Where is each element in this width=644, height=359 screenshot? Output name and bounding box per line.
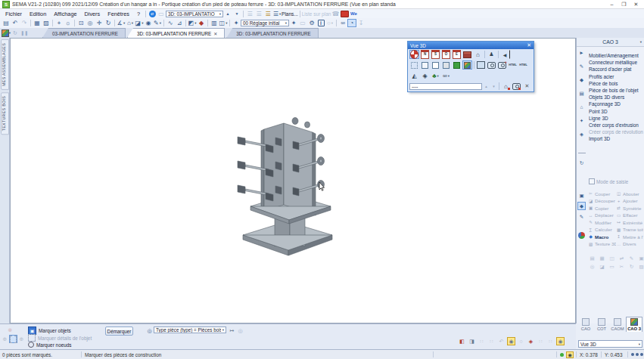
menu-affichage[interactable]: Affichage bbox=[50, 11, 80, 17]
demarquer-button[interactable]: Démarquer bbox=[105, 327, 133, 336]
filter-next-icon[interactable]: ↦ bbox=[228, 327, 236, 335]
apply-preset-icon[interactable] bbox=[289, 19, 298, 27]
tool-connecteur[interactable]: Connecteur métallique bbox=[589, 59, 643, 66]
camera-icon[interactable] bbox=[487, 60, 496, 70]
html-house-icon[interactable] bbox=[518, 60, 528, 70]
tool-corps-extrusion[interactable]: Créer corps d'extrusion bbox=[589, 122, 643, 128]
strip-pointer-icon[interactable]: ► bbox=[577, 48, 586, 57]
sidebar-tab-mes-assemblages[interactable]: MES ASSEMBLAGES bbox=[1, 39, 9, 90]
menu-edition[interactable]: Edition bbox=[26, 11, 50, 17]
polyline-icon[interactable] bbox=[175, 19, 184, 27]
tab-caom[interactable]: CAOM bbox=[610, 317, 625, 332]
maximize-button[interactable] bbox=[618, 1, 630, 8]
tab-cao3-active[interactable]: CAO 3 bbox=[626, 317, 642, 332]
view-save-house-icon[interactable] bbox=[501, 82, 511, 91]
view-delete-icon[interactable] bbox=[522, 82, 532, 91]
view-up-button[interactable] bbox=[223, 10, 232, 18]
palette-close-icon[interactable] bbox=[527, 42, 531, 48]
marquer-noeuds-row[interactable]: Marquer noeuds bbox=[28, 342, 72, 348]
menu-divers[interactable]: Divers bbox=[81, 11, 104, 17]
brightness-icon[interactable] bbox=[64, 19, 73, 27]
cube-textured-icon[interactable] bbox=[462, 60, 472, 70]
eye-highlight-2-icon[interactable]: ◉ bbox=[556, 337, 565, 345]
curve-icon[interactable] bbox=[166, 19, 175, 27]
we-badge-icon[interactable]: We bbox=[349, 10, 358, 18]
cube-hidden-line-icon[interactable] bbox=[420, 60, 430, 70]
view-south-icon[interactable] bbox=[431, 50, 440, 59]
strip-modify-icon[interactable]: ✎ bbox=[577, 212, 586, 221]
undo-icon[interactable] bbox=[11, 19, 20, 27]
glasses-3d-dropdown-icon[interactable] bbox=[441, 71, 451, 80]
tool-objets-3d[interactable]: Objets 3D divers bbox=[589, 94, 643, 101]
strip-steel-icon[interactable]: ◆ bbox=[577, 76, 586, 84]
cube-shaded-icon[interactable] bbox=[441, 60, 451, 70]
measure-icon[interactable] bbox=[54, 19, 64, 27]
filter-combo[interactable]: Type pièce (type) = Pièces bois = ▾ bbox=[154, 327, 226, 333]
prism-icon[interactable] bbox=[409, 71, 419, 80]
spin-down-icon[interactable]: ▼ bbox=[490, 83, 497, 90]
tab-implantation-3d-active[interactable]: 3D: 03-IMPLANTATION FERRURE bbox=[127, 28, 225, 38]
cad-cube-dropdown-icon[interactable]: ▾ bbox=[2, 29, 11, 37]
strip-line-icon[interactable]: ◈ bbox=[577, 130, 586, 138]
rotate-icon[interactable] bbox=[104, 19, 113, 27]
saved-view-combo[interactable]: ---- bbox=[409, 83, 482, 90]
strip-refresh-icon[interactable]: ↻ bbox=[577, 159, 586, 167]
eye-highlight-icon[interactable]: ◉ bbox=[507, 337, 515, 345]
viewport-3d[interactable]: Vue 3D bbox=[10, 38, 576, 323]
view-house-dropdown-icon[interactable] bbox=[126, 19, 135, 27]
filter-search-icon[interactable] bbox=[146, 327, 153, 334]
tool-piece-bois-objet[interactable]: Pièce de bois de l'objet bbox=[589, 87, 643, 94]
info-icon[interactable] bbox=[316, 19, 325, 27]
walk-mode-icon[interactable] bbox=[487, 50, 496, 59]
orbit-mode-icon[interactable] bbox=[347, 19, 356, 27]
view-west-icon[interactable] bbox=[441, 50, 451, 59]
sidebar-tab-textures-bois[interactable]: TEXTURES BOIS bbox=[1, 92, 9, 135]
plans-button[interactable]: Plans... bbox=[282, 10, 298, 18]
tool-mobilier[interactable]: Mobilier/Aménagement bbox=[589, 52, 643, 59]
layer-icon-active[interactable] bbox=[263, 10, 272, 18]
cube-3d-icon[interactable] bbox=[420, 71, 430, 80]
tab-close-icon[interactable] bbox=[213, 31, 217, 36]
tool-piece-bois[interactable]: Pièce de bois bbox=[589, 80, 643, 87]
action-macro[interactable]: ◆Macro bbox=[588, 234, 616, 240]
red-diamond-icon[interactable]: ◈ bbox=[527, 337, 535, 345]
strip-point-icon[interactable]: ✦ bbox=[577, 116, 586, 125]
cube-wireframe-icon[interactable] bbox=[409, 60, 419, 70]
zoom-window-icon[interactable] bbox=[76, 19, 86, 27]
zoom-icon[interactable] bbox=[86, 19, 95, 27]
strip-sphere-icon[interactable] bbox=[577, 231, 586, 240]
strip-wood-icon[interactable]: ▤ bbox=[577, 89, 586, 97]
view-selector-combo[interactable]: 3D: 03-IMPLANTATIO ▾ bbox=[166, 11, 223, 17]
window-layout-dropdown-icon[interactable] bbox=[219, 19, 228, 27]
open-icon[interactable] bbox=[2, 19, 11, 27]
pencil-dropdown-icon[interactable] bbox=[153, 19, 162, 27]
cube-green-icon[interactable] bbox=[452, 60, 462, 70]
panel-header[interactable]: CAO 3 bbox=[577, 38, 644, 47]
view-down-button[interactable] bbox=[232, 10, 241, 18]
mark-red-icon[interactable]: ◧ bbox=[458, 337, 466, 345]
strip-connector-icon[interactable]: ✎ bbox=[577, 62, 586, 70]
status-eye-icon[interactable] bbox=[566, 351, 574, 358]
tab-cao[interactable]: CAO bbox=[578, 317, 593, 332]
html-export-icon[interactable] bbox=[508, 60, 518, 70]
strip-macro-icon[interactable]: ◆ bbox=[577, 202, 586, 210]
tool-profils-acier[interactable]: Profils acier bbox=[589, 73, 643, 80]
tool-point-3d[interactable]: Point 3D bbox=[589, 108, 643, 115]
mail-icon[interactable] bbox=[340, 10, 349, 18]
screw-3d-dropdown-icon[interactable] bbox=[431, 71, 440, 80]
preset-3d-icon[interactable] bbox=[232, 19, 241, 27]
house-eye-icon[interactable] bbox=[473, 50, 483, 59]
roof-plane-dropdown-icon[interactable] bbox=[188, 19, 197, 27]
panel-view-combo[interactable]: Vue 3D ▾ bbox=[578, 340, 642, 348]
tool-faconnage-3d[interactable]: Façonnage 3D bbox=[589, 101, 643, 107]
close-button[interactable] bbox=[630, 1, 642, 8]
cabinet-icon[interactable] bbox=[210, 19, 219, 27]
menu-help[interactable]: ? bbox=[133, 11, 144, 17]
mark-white-icon[interactable]: ◨ bbox=[468, 337, 476, 345]
minimize-button[interactable] bbox=[606, 1, 618, 8]
binoculars-icon[interactable] bbox=[338, 19, 347, 27]
view-north-icon[interactable] bbox=[420, 50, 430, 59]
camera-plus-icon[interactable] bbox=[497, 60, 507, 70]
dimension-dropdown-icon[interactable] bbox=[117, 19, 126, 27]
clip-plane-dropdown-icon[interactable] bbox=[135, 19, 144, 27]
